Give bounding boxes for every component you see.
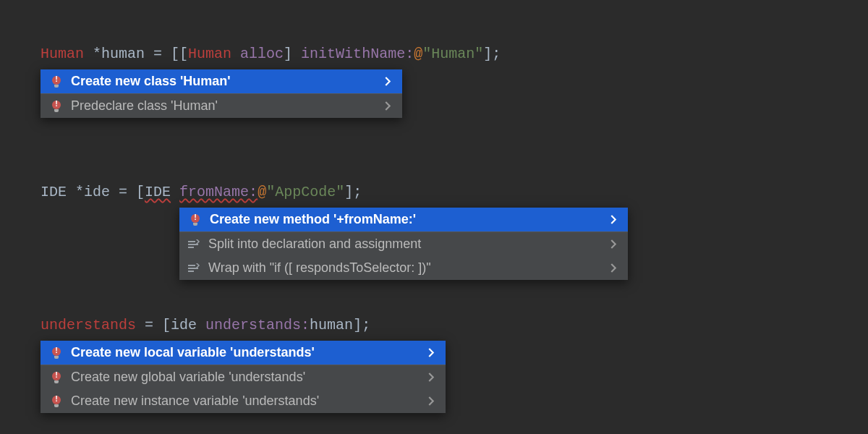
code-line-1: Human *human = [[Human alloc] initWithNa… [41,22,868,65]
chevron-right-icon [428,396,435,407]
chevron-right-icon [610,239,618,250]
intention-label: Predeclare class 'Human' [71,98,378,114]
code-token-type: Human [41,46,84,62]
code-token: ]; [483,46,501,62]
code-token-string: " [266,184,275,200]
code-token-var: ide [171,317,197,333]
chevron-right-icon [428,373,435,383]
code-token-string: " [336,184,344,200]
code-token: = [ [136,317,171,333]
code-token-selector: alloc [231,46,284,62]
intention-label: Create new class 'Human' [71,74,378,89]
code-token-var: human [310,317,353,333]
code-token: * [84,46,101,62]
intention-item-create-method[interactable]: Create new method '+fromName:' [179,208,628,231]
code-token-selector: initWithName: [292,46,414,62]
bulb-error-icon [49,370,64,385]
intention-item-wrap[interactable]: Wrap with "if ([ respondsToSelector: ])" [179,256,628,280]
code-line-3: understands = [ide understands:human]; [41,293,868,336]
code-token-type: IDE [41,184,67,200]
bulb-error-icon [49,99,64,114]
intention-item-create-instance[interactable]: Create new instance variable 'understand… [41,389,446,413]
code-token: ]; [353,317,370,333]
chevron-right-icon [610,215,618,225]
code-token-selector: understands: [205,317,310,333]
intention-label: Create new global variable 'understands' [71,370,421,385]
chevron-right-icon [428,348,435,358]
code-token [171,184,179,200]
intention-item-create-local[interactable]: Create new local variable 'understands' [41,341,446,365]
intention-popup-2: Create new method '+fromName:' Split int… [179,208,628,280]
intention-label: Create new local variable 'understands' [71,345,421,360]
bulb-error-icon [49,75,64,89]
code-token-var: ide [84,184,110,200]
code-token-string: AppCode [275,184,336,200]
chevron-right-icon [610,263,618,273]
code-token: = [[ [145,46,188,62]
code-token-string: " [475,46,483,62]
code-token-error: understands [41,317,136,333]
intention-label: Create new instance variable 'understand… [71,393,421,409]
code-token: * [67,184,84,200]
code-token: @ [414,46,422,62]
intention-label: Wrap with "if ([ respondsToSelector: ])" [208,260,603,276]
code-token-type: IDE [145,184,171,200]
intention-item-create-global[interactable]: Create new global variable 'understands' [41,365,446,389]
intention-label: Create new method '+fromName:' [210,212,603,227]
intention-icon [188,263,201,273]
code-line-2: IDE *ide = [IDE fromName:@"AppCode"]; [41,160,868,203]
code-token: ]; [344,184,362,200]
intention-item-split[interactable]: Split into declaration and assignment [179,232,628,256]
code-token-selector: fromName: [179,184,258,200]
code-token-var: human [101,46,145,62]
chevron-right-icon [385,77,392,87]
code-token-string: Human [431,46,475,62]
code-token [197,317,205,333]
bulb-error-icon [49,346,64,360]
chevron-right-icon [385,101,392,111]
intention-popup-3: Create new local variable 'understands' … [41,341,446,413]
code-token: ] [284,46,292,62]
code-token: = [ [110,184,145,200]
code-token-string: " [422,46,431,62]
code-token: @ [258,184,266,200]
intention-label: Split into declaration and assignment [208,237,603,252]
intention-popup-1: Create new class 'Human' Predeclare clas… [41,69,402,118]
bulb-error-icon [49,394,64,409]
code-token-type: Human [188,46,231,62]
intention-icon [188,239,201,250]
intention-item-predeclare-class[interactable]: Predeclare class 'Human' [41,93,402,118]
intention-item-create-class[interactable]: Create new class 'Human' [41,69,402,93]
bulb-error-icon [188,213,203,227]
